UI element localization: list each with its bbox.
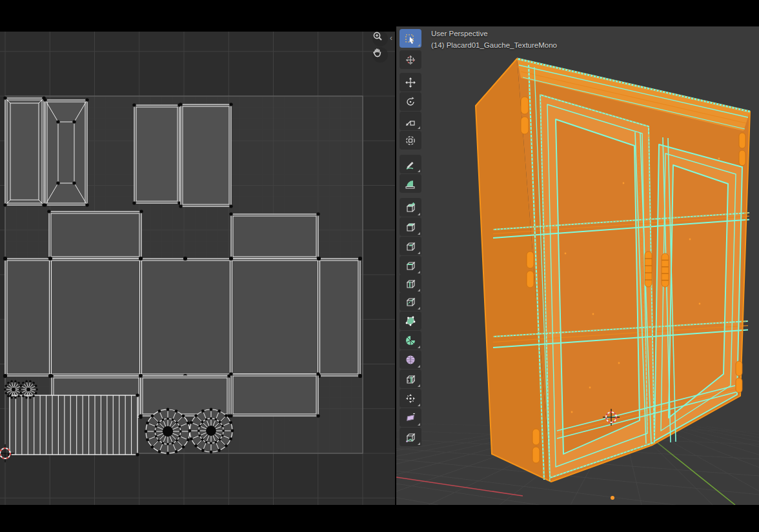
add-cube-icon	[405, 202, 416, 213]
tool-rip-region-button[interactable]	[400, 428, 421, 446]
rip-region-icon	[405, 431, 416, 443]
poly-build-icon	[405, 315, 416, 327]
inset-faces-icon	[405, 241, 416, 252]
tool-transform-button[interactable]	[400, 131, 421, 150]
cursor-3d-icon	[405, 54, 416, 66]
tool-annotate-button[interactable]	[400, 155, 421, 173]
select-box-icon	[405, 33, 416, 44]
tool-loop-cut-button[interactable]	[400, 274, 421, 293]
knife-icon	[405, 296, 416, 308]
tool-smooth-button[interactable]	[400, 350, 421, 369]
edit-mode-toolbar	[400, 26, 423, 505]
smooth-icon	[405, 354, 416, 366]
tool-bevel-button[interactable]	[400, 256, 421, 275]
scale-icon	[405, 115, 416, 127]
zoom-in-icon[interactable]	[372, 32, 388, 46]
rotate-icon	[405, 96, 416, 108]
tool-move-button[interactable]	[400, 73, 421, 92]
pan-hand-icon[interactable]	[372, 47, 388, 63]
extrude-region-icon	[405, 221, 416, 233]
tool-shrink-fatten-button[interactable]	[400, 389, 421, 408]
spin-icon	[405, 335, 416, 346]
shear-icon	[405, 412, 416, 424]
tool-knife-button[interactable]	[400, 292, 421, 311]
viewport-canvas	[396, 26, 759, 505]
measure-icon	[405, 178, 416, 190]
tool-cursor-3d-button[interactable]	[400, 50, 421, 69]
tool-add-cube-button[interactable]	[400, 198, 421, 217]
tool-measure-button[interactable]	[400, 174, 421, 193]
viewport-3d-panel[interactable]: User Perspective (14) Placard01_Gauche_T…	[396, 26, 759, 505]
uv-editor-panel[interactable]: ‹	[0, 32, 395, 505]
bevel-icon	[405, 260, 416, 271]
collapse-chevron-icon[interactable]: ‹	[390, 34, 392, 42]
tool-rotate-button[interactable]	[400, 92, 421, 111]
move-icon	[405, 77, 416, 88]
uv-canvas	[0, 32, 395, 505]
annotate-icon	[405, 159, 416, 170]
transform-icon	[405, 135, 416, 146]
edge-slide-icon	[405, 373, 416, 385]
tool-poly-build-button[interactable]	[400, 311, 421, 330]
tool-select-box-button[interactable]	[400, 29, 421, 48]
tool-extrude-region-button[interactable]	[400, 217, 421, 236]
tool-inset-faces-button[interactable]	[400, 237, 421, 255]
tool-spin-button[interactable]	[400, 331, 421, 350]
tool-edge-slide-button[interactable]	[400, 369, 421, 388]
tool-scale-button[interactable]	[400, 112, 421, 130]
shrink-fatten-icon	[405, 393, 416, 404]
tool-shear-button[interactable]	[400, 408, 421, 427]
loop-cut-icon	[405, 278, 416, 290]
